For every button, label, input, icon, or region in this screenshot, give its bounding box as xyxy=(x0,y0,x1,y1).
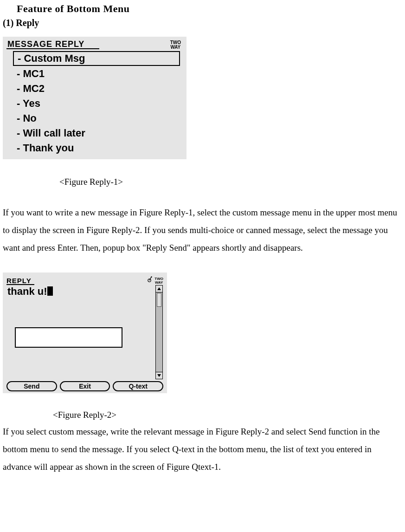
popup-box xyxy=(15,327,122,348)
fig2-header-text: REPLY xyxy=(6,277,146,285)
reply-text-input[interactable]: thank u! xyxy=(6,285,154,298)
text-cursor-icon xyxy=(47,286,53,296)
list-item[interactable]: - Thank you xyxy=(13,141,180,156)
figure2-caption: <Figure Reply-2> xyxy=(53,410,402,420)
scroll-down-icon[interactable] xyxy=(156,372,162,379)
two-way-icon: TWO WAY xyxy=(170,40,182,50)
list-item[interactable]: - MC2 xyxy=(13,81,180,96)
svg-point-2 xyxy=(151,276,152,277)
two-way-bot: WAY xyxy=(170,45,181,50)
list-item[interactable]: - Yes xyxy=(13,96,180,111)
antenna-icon xyxy=(146,276,153,285)
list-item[interactable]: - No xyxy=(13,111,180,126)
qtext-button[interactable]: Q-text xyxy=(113,381,163,391)
scroll-up-icon[interactable] xyxy=(156,285,162,292)
two-way-bot: WAY xyxy=(154,281,163,285)
list-item[interactable]: - Will call later xyxy=(13,126,180,141)
scroll-thumb[interactable] xyxy=(157,293,161,307)
fig1-list: - Custom Msg - MC1 - MC2 - Yes - No - Wi… xyxy=(3,50,186,156)
fig2-bottom-menu: Send Exit Q-text xyxy=(6,381,163,391)
typed-text: thank u! xyxy=(7,285,47,297)
list-item[interactable]: - MC1 xyxy=(13,66,180,81)
fig2-header: REPLY TWO WAY xyxy=(3,272,167,285)
figure-reply-2: REPLY TWO WAY thank u! Send Exit Q-text xyxy=(3,272,167,393)
list-item[interactable]: - Custom Msg xyxy=(13,51,180,66)
fig1-header: MESSAGE REPLY TWO WAY xyxy=(3,37,186,50)
send-button[interactable]: Send xyxy=(6,381,57,391)
section-subhead: (1) Reply xyxy=(3,18,402,28)
figure1-caption: <Figure Reply-1> xyxy=(59,177,402,187)
two-way-icon: TWO WAY xyxy=(154,277,163,285)
exit-button[interactable]: Exit xyxy=(60,381,110,391)
paragraph-1: If you want to write a new message in Fi… xyxy=(3,204,402,257)
page-title: Feature of Bottom Menu xyxy=(17,3,402,15)
figure-reply-1: MESSAGE REPLY TWO WAY - Custom Msg - MC1… xyxy=(3,37,186,159)
paragraph-2: If you select custom message, write the … xyxy=(3,423,402,476)
scrollbar[interactable] xyxy=(155,285,163,379)
fig1-header-underline xyxy=(6,48,99,49)
